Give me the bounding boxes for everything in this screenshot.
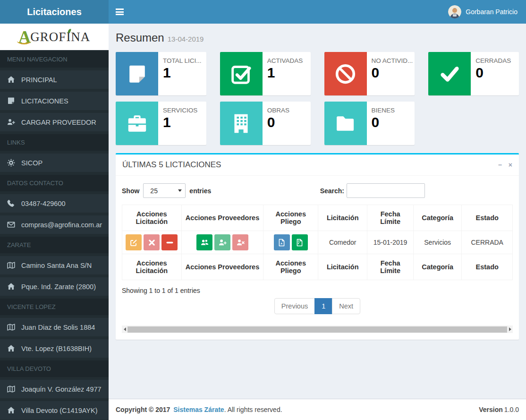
info-box-servicios: SERVICIOS1 [116, 102, 206, 145]
footer-column-estado: Estado [462, 254, 513, 280]
remove-provider-button[interactable] [232, 234, 248, 250]
sidebar-item-email[interactable]: compras@agrofina.com.ar [0, 215, 109, 234]
sidebar-item-principal[interactable]: PRINCIPAL [0, 70, 109, 89]
file-icon [7, 97, 15, 105]
sidebar-item-zarate-address[interactable]: Camino Santa Ana S/N [0, 256, 109, 274]
pagination-next[interactable]: Next [332, 298, 360, 314]
remove-button[interactable] [161, 234, 178, 250]
column-header-fecha-limite[interactable]: Fecha Límite [367, 205, 414, 231]
scroll-left-icon[interactable] [122, 327, 127, 331]
latest-tenders-panel: ÚLTIMAS 5 LICTIACIONES − × Show 25 [116, 153, 519, 340]
map-icon [7, 323, 15, 331]
building-icon [220, 102, 263, 145]
column-header-acciones-pliego[interactable]: Acciones Pliego [263, 205, 318, 231]
panel-title: ÚLTIMAS 5 LICTIACIONES [122, 160, 221, 170]
cell-acciones-pliego [263, 231, 318, 254]
top-bar: Licitaciones Gorbaran Patricio [0, 0, 526, 24]
sidebar-item-phone[interactable]: 03487-429600 [0, 194, 109, 213]
brand-title: Licitaciones [27, 7, 82, 17]
footer: Copyright © 2017 Sistemas Zárate. All ri… [109, 399, 526, 420]
sidebar-item-cargar-proveedor[interactable]: CARGAR PROVEEDOR [0, 113, 109, 131]
user-plus-icon [219, 239, 227, 247]
pagination: Previous 1 Next [122, 298, 513, 314]
info-box-total-licitaciones: TOTAL LICI...1 [116, 52, 206, 95]
pagination-previous[interactable]: Previous [274, 298, 315, 314]
info-box-value: 1 [163, 114, 197, 130]
file-pdf-icon [278, 239, 286, 247]
show-label: Show [122, 187, 139, 195]
sidebar-item-villa-devoto-city[interactable]: Villa Devoto (C1419AYK) [0, 401, 109, 420]
column-header-acciones-proveedores[interactable]: Acciones Proveedores [181, 205, 263, 231]
info-box-obras: OBRAS0 [220, 102, 311, 145]
user-menu[interactable]: Gorbaran Patricio [448, 5, 526, 18]
home-icon [7, 406, 15, 414]
pagination-page-1[interactable]: 1 [315, 298, 332, 314]
home-icon [7, 283, 15, 291]
sistemas-zarate-link[interactable]: Sistemas Zárate [173, 406, 224, 413]
info-box-cerradas: CERRADAS0 [428, 52, 519, 95]
gear-icon [7, 159, 15, 167]
column-header-acciones-licitacion[interactable]: Acciones Licitación [122, 205, 182, 231]
map-icon [7, 385, 15, 393]
home-icon [7, 344, 15, 352]
sidebar-item-licitaciones[interactable]: LICITACIONES [0, 92, 109, 110]
footer-column-acciones-proveedores: Acciones Proveedores [181, 254, 263, 280]
table-info: Showing 1 to 1 of 1 entries [122, 287, 513, 294]
column-header-estado[interactable]: Estado [462, 205, 513, 231]
sidebar-section-links: LINKS [0, 134, 109, 151]
cell-fecha-limite: 15-01-2019 [367, 231, 414, 254]
page-title: Resumen13-04-2019 [116, 31, 519, 44]
info-box-value: 0 [475, 65, 511, 81]
scroll-right-icon[interactable] [507, 327, 513, 331]
column-header-licitacion[interactable]: Licitación [318, 205, 367, 231]
close-icon[interactable]: × [509, 161, 512, 169]
table-header-row: Acciones Licitación Acciones Proveedores… [122, 205, 513, 231]
info-box-no-actividad: NO ACTIVID...0 [324, 52, 415, 95]
edit-icon [130, 239, 138, 247]
sidebar-item-vicente-lopez-city[interactable]: Vte. Lopez (B1638BIH) [0, 339, 109, 358]
footer-column-fecha-limite: Fecha Límite [367, 254, 414, 280]
user-name: Gorbaran Patricio [466, 8, 518, 16]
brand-logo[interactable]: Licitaciones [0, 0, 109, 24]
pdf-file-button[interactable] [274, 234, 290, 250]
zip-file-button[interactable] [292, 234, 308, 250]
scrollbar-thumb[interactable] [127, 326, 507, 333]
sidebar-section-vicente-lopez: VICENTE LOPEZ [0, 299, 109, 315]
search-input[interactable] [347, 183, 425, 198]
entries-label: entries [189, 187, 211, 195]
cell-licitacion: Comedor [318, 231, 367, 254]
cell-acciones-proveedores [181, 231, 263, 254]
cell-acciones-licitacion [122, 231, 182, 254]
home-icon [7, 76, 15, 84]
info-box-value: 0 [372, 65, 410, 81]
column-header-categoria[interactable]: Categoría [413, 205, 462, 231]
cancel-button[interactable] [144, 234, 160, 250]
sidebar-item-vicente-lopez-address[interactable]: Juan Diaz de Solis 1884 [0, 318, 109, 336]
sidebar-item-sicop[interactable]: SICOP [0, 154, 109, 172]
footer-column-acciones-pliego: Acciones Pliego [263, 254, 318, 280]
horizontal-scrollbar[interactable] [122, 326, 513, 333]
collapse-icon[interactable]: − [498, 161, 502, 169]
cell-estado: CERRADA [462, 231, 513, 254]
page-date: 13-04-2019 [168, 35, 204, 43]
page-length-select[interactable]: 25 [143, 183, 186, 198]
sidebar-item-zarate-city[interactable]: Pque. Ind. Zarate (2800) [0, 277, 109, 296]
info-box-label: OBRAS [267, 107, 289, 114]
navbar: Gorbaran Patricio [109, 0, 526, 24]
page-length-control: Show 25 entries [122, 183, 211, 198]
sidebar-item-villa-devoto-address[interactable]: Joaquín V. González 4977 [0, 380, 109, 398]
footer-column-acciones-licitacion: Acciones Licitación [122, 254, 182, 280]
copyright: Copyright © 2017 Sistemas Zárate. All ri… [116, 406, 282, 413]
view-providers-button[interactable] [196, 234, 212, 250]
edit-button[interactable] [126, 234, 142, 250]
close-icon [148, 239, 156, 247]
agrofina-logo: AGROFINA [0, 24, 109, 50]
info-box-label: NO ACTIVID... [372, 57, 413, 64]
sidebar-section-datos-contacto: DATOS CONTACTO [0, 175, 109, 191]
info-box-bienes: BIENES0 [324, 102, 415, 145]
search-control: Search: [320, 183, 425, 198]
sidebar-section-zarate: ZARATE [0, 237, 109, 253]
add-provider-button[interactable] [214, 234, 230, 250]
tenders-table: Acciones Licitación Acciones Proveedores… [122, 205, 513, 280]
hamburger-menu-icon[interactable] [109, 0, 131, 24]
